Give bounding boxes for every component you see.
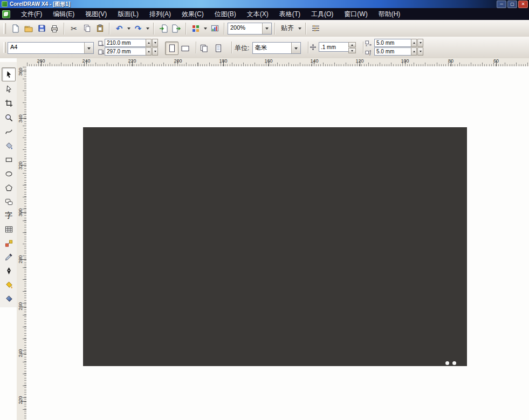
vertical-ruler[interactable]: 360 340 320 300 280 260 240 220 [17, 66, 27, 420]
export-button[interactable] [170, 22, 183, 35]
text-tool[interactable]: 字 [2, 208, 16, 222]
image-dot [452, 361, 456, 365]
undo-button[interactable]: ↶ [113, 22, 126, 35]
copy-button[interactable] [80, 22, 93, 35]
redo-icon: ↷ [135, 24, 142, 32]
zoom-dropdown-button[interactable] [262, 23, 271, 34]
shape-tool[interactable] [2, 82, 16, 96]
paper-width-field[interactable]: 210.0 mm [105, 39, 148, 47]
pick-tool[interactable] [2, 67, 16, 81]
paper-size-combo[interactable]: A4 [8, 42, 94, 54]
menu-text[interactable]: 文本(X) [242, 8, 274, 20]
units-value[interactable]: 毫米 [253, 43, 291, 53]
crop-tool[interactable] [2, 96, 16, 110]
menu-help[interactable]: 帮助(H) [373, 8, 406, 20]
portrait-button[interactable] [165, 42, 178, 55]
zoom-level-combo[interactable]: 200% [228, 23, 272, 35]
ruler-origin-corner[interactable] [17, 58, 27, 67]
spin-up-button[interactable] [411, 39, 417, 47]
polygon-tool[interactable] [2, 181, 16, 195]
all-pages-button[interactable] [197, 42, 211, 55]
import-button[interactable] [157, 22, 170, 35]
units-dropdown-button[interactable] [291, 43, 300, 53]
chevron-down-icon [265, 27, 269, 31]
ruler-label: 340 [18, 114, 23, 123]
redo-button[interactable]: ↷ [132, 22, 145, 35]
menu-effects[interactable]: 效果(C) [176, 8, 209, 20]
smart-fill-tool[interactable] [2, 139, 16, 153]
units-combo[interactable]: 毫米 [252, 42, 301, 54]
welcome-screen-button[interactable] [208, 22, 221, 35]
separator [153, 23, 154, 35]
paste-button[interactable] [93, 22, 106, 35]
spin-up-button[interactable] [348, 42, 356, 47]
menu-view[interactable]: 视图(V) [80, 8, 112, 20]
spin-up-button[interactable] [411, 47, 417, 56]
menu-layout[interactable]: 版面(L) [112, 8, 144, 20]
save-button[interactable] [35, 22, 48, 35]
freehand-tool[interactable] [2, 125, 16, 139]
print-button[interactable] [48, 22, 61, 35]
spin-down-button[interactable] [152, 39, 158, 47]
paper-size-dropdown-button[interactable] [84, 43, 93, 53]
table-tool[interactable] [2, 222, 16, 236]
svg-text:y: y [369, 52, 370, 55]
snap-to-dropdown[interactable] [297, 23, 303, 35]
open-button[interactable] [22, 22, 35, 35]
rectangle-tool[interactable] [2, 153, 16, 167]
spin-up-button[interactable] [146, 47, 152, 56]
chevron-down-icon [294, 47, 298, 51]
spin-down-button[interactable] [152, 47, 158, 56]
spin-down-button[interactable] [348, 48, 356, 53]
minimize-button[interactable]: ─ [497, 1, 506, 8]
close-button[interactable]: ✕ [518, 1, 528, 8]
spin-down-button[interactable] [417, 39, 423, 47]
undo-dropdown-button[interactable] [126, 23, 132, 35]
menu-table[interactable]: 表格(T) [274, 8, 306, 20]
paper-size-value[interactable]: A4 [8, 43, 84, 53]
nudge-offset-field[interactable]: .1 mm [319, 42, 351, 52]
property-bar-grip[interactable] [3, 42, 6, 53]
duplicate-distance-y-field[interactable]: 5.0 mm [374, 47, 413, 56]
redo-dropdown-button[interactable] [145, 23, 150, 35]
duplicate-distance-x-field[interactable]: 5.0 mm [374, 39, 413, 47]
spin-up-button[interactable] [146, 39, 152, 47]
cut-button[interactable]: ✂ [67, 22, 80, 35]
blend-tool[interactable] [2, 236, 16, 250]
spin-down-button[interactable] [417, 47, 423, 56]
placed-image[interactable] [83, 127, 467, 366]
crop-tool-icon [5, 99, 13, 107]
interactive-fill-tool[interactable] [2, 292, 16, 306]
menu-window[interactable]: 窗口(W) [339, 8, 373, 20]
horizontal-ruler[interactable]: 260 240 220 200 180 160 140 120 100 80 6… [26, 58, 529, 67]
maximize-button[interactable]: ▢ [507, 1, 517, 8]
options-button[interactable] [309, 22, 322, 35]
current-page-button[interactable] [211, 42, 225, 55]
pick-tool-icon [5, 71, 13, 79]
menu-arrange[interactable]: 排列(A) [144, 8, 176, 20]
all-pages-icon [200, 44, 208, 52]
new-document-button[interactable] [9, 22, 22, 35]
application-launcher-dropdown[interactable] [202, 23, 208, 35]
application-launcher-icon [192, 25, 200, 32]
ellipse-tool[interactable] [2, 167, 16, 181]
menu-file[interactable]: 文件(F) [16, 8, 47, 20]
property-bar: A4 210.0 mm 297.0 mm [0, 37, 529, 59]
drawing-canvas[interactable] [26, 66, 529, 420]
ruler-label: 360 [18, 67, 23, 76]
landscape-button[interactable] [178, 42, 192, 55]
fill-tool[interactable] [2, 278, 16, 292]
zoom-tool[interactable] [2, 111, 16, 125]
zoom-level-value[interactable]: 200% [228, 23, 262, 34]
snap-to-button[interactable]: 贴齐 [278, 22, 297, 35]
paper-height-field[interactable]: 297.0 mm [105, 47, 148, 56]
menu-edit[interactable]: 编辑(E) [47, 8, 80, 20]
ellipse-tool-icon [5, 170, 13, 178]
eyedropper-tool[interactable] [2, 250, 16, 264]
toolbar-grip[interactable] [3, 23, 6, 34]
outline-tool[interactable] [2, 264, 16, 278]
menu-tools[interactable]: 工具(O) [306, 8, 339, 20]
basic-shapes-tool[interactable] [2, 195, 16, 209]
menu-bitmaps[interactable]: 位图(B) [209, 8, 242, 20]
application-launcher-button[interactable] [189, 22, 202, 35]
